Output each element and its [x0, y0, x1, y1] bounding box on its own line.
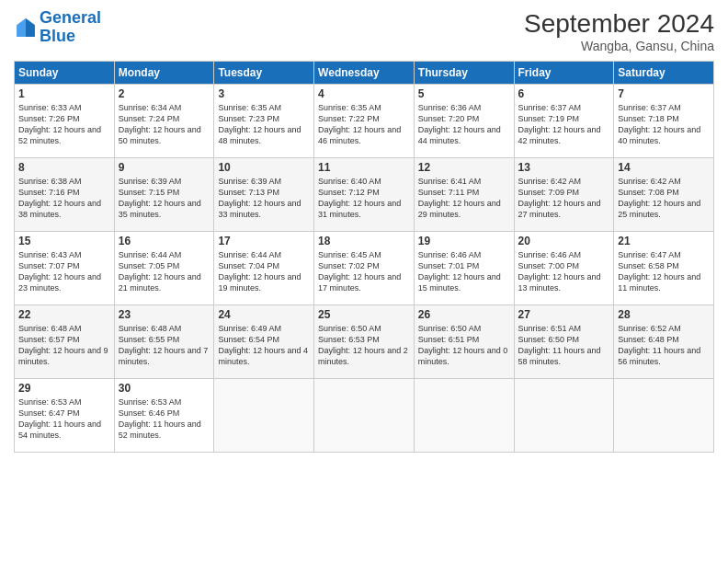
- table-row: 24Sunrise: 6:49 AM Sunset: 6:54 PM Dayli…: [214, 305, 314, 379]
- day-info: Sunrise: 6:50 AM Sunset: 6:53 PM Dayligh…: [318, 323, 410, 368]
- logo-icon: [16, 17, 36, 38]
- calendar-table: Sunday Monday Tuesday Wednesday Thursday…: [14, 61, 714, 453]
- day-info: Sunrise: 6:49 AM Sunset: 6:54 PM Dayligh…: [218, 323, 310, 368]
- header: GeneralBlue September 2024 Wangba, Gansu…: [14, 9, 714, 53]
- day-info: Sunrise: 6:34 AM Sunset: 7:24 PM Dayligh…: [119, 102, 210, 147]
- logo: GeneralBlue: [14, 9, 101, 46]
- col-friday: Friday: [514, 62, 614, 85]
- col-thursday: Thursday: [414, 62, 514, 85]
- col-monday: Monday: [114, 62, 214, 85]
- day-number: 27: [518, 308, 610, 321]
- table-row: 10Sunrise: 6:39 AM Sunset: 7:13 PM Dayli…: [214, 158, 314, 232]
- table-row: 1Sunrise: 6:33 AM Sunset: 7:26 PM Daylig…: [15, 85, 115, 158]
- table-row: 5Sunrise: 6:36 AM Sunset: 7:20 PM Daylig…: [414, 85, 514, 158]
- day-info: Sunrise: 6:40 AM Sunset: 7:12 PM Dayligh…: [318, 176, 410, 221]
- day-number: 10: [218, 161, 310, 174]
- day-info: Sunrise: 6:46 AM Sunset: 7:00 PM Dayligh…: [518, 249, 610, 294]
- day-number: 19: [418, 235, 510, 247]
- col-saturday: Saturday: [614, 62, 714, 85]
- table-row: 30Sunrise: 6:53 AM Sunset: 6:46 PM Dayli…: [114, 379, 214, 453]
- table-row: 8Sunrise: 6:38 AM Sunset: 7:16 PM Daylig…: [15, 158, 115, 232]
- table-row: [314, 379, 415, 453]
- day-number: 6: [518, 87, 610, 100]
- day-number: 18: [318, 235, 410, 247]
- table-row: 7Sunrise: 6:37 AM Sunset: 7:18 PM Daylig…: [614, 85, 714, 158]
- day-number: 15: [18, 235, 110, 247]
- table-row: 21Sunrise: 6:47 AM Sunset: 6:58 PM Dayli…: [614, 232, 714, 305]
- col-sunday: Sunday: [15, 62, 115, 85]
- day-info: Sunrise: 6:48 AM Sunset: 6:55 PM Dayligh…: [119, 323, 210, 368]
- table-row: [614, 379, 714, 453]
- day-number: 7: [618, 87, 710, 100]
- day-number: 3: [218, 87, 310, 100]
- day-number: 12: [418, 161, 510, 174]
- day-number: 4: [318, 87, 410, 100]
- day-number: 22: [18, 308, 110, 321]
- table-row: [414, 379, 514, 453]
- day-number: 16: [119, 235, 210, 247]
- day-info: Sunrise: 6:36 AM Sunset: 7:20 PM Dayligh…: [418, 102, 510, 147]
- table-row: 13Sunrise: 6:42 AM Sunset: 7:09 PM Dayli…: [514, 158, 614, 232]
- title-block: September 2024 Wangba, Gansu, China: [524, 9, 714, 53]
- table-row: 25Sunrise: 6:50 AM Sunset: 6:53 PM Dayli…: [314, 305, 415, 379]
- day-info: Sunrise: 6:53 AM Sunset: 6:47 PM Dayligh…: [18, 396, 110, 442]
- col-wednesday: Wednesday: [314, 62, 415, 85]
- day-number: 28: [618, 308, 710, 321]
- day-number: 17: [218, 235, 310, 247]
- logo-text: GeneralBlue: [40, 9, 101, 46]
- day-info: Sunrise: 6:47 AM Sunset: 6:58 PM Dayligh…: [618, 249, 710, 294]
- day-info: Sunrise: 6:41 AM Sunset: 7:11 PM Dayligh…: [418, 176, 510, 221]
- day-info: Sunrise: 6:33 AM Sunset: 7:26 PM Dayligh…: [18, 102, 110, 147]
- day-info: Sunrise: 6:52 AM Sunset: 6:48 PM Dayligh…: [618, 323, 710, 368]
- table-row: 20Sunrise: 6:46 AM Sunset: 7:00 PM Dayli…: [514, 232, 614, 305]
- day-number: 30: [119, 382, 210, 395]
- header-row: Sunday Monday Tuesday Wednesday Thursday…: [15, 62, 714, 85]
- day-number: 11: [318, 161, 410, 174]
- table-row: 4Sunrise: 6:35 AM Sunset: 7:22 PM Daylig…: [314, 85, 415, 158]
- table-row: 15Sunrise: 6:43 AM Sunset: 7:07 PM Dayli…: [15, 232, 115, 305]
- svg-marker-2: [26, 18, 35, 37]
- table-row: 18Sunrise: 6:45 AM Sunset: 7:02 PM Dayli…: [314, 232, 415, 305]
- table-row: 9Sunrise: 6:39 AM Sunset: 7:15 PM Daylig…: [114, 158, 214, 232]
- table-row: 11Sunrise: 6:40 AM Sunset: 7:12 PM Dayli…: [314, 158, 415, 232]
- day-number: 8: [18, 161, 110, 174]
- day-number: 24: [218, 308, 310, 321]
- table-row: 22Sunrise: 6:48 AM Sunset: 6:57 PM Dayli…: [15, 305, 115, 379]
- day-number: 21: [618, 235, 710, 247]
- table-row: [514, 379, 614, 453]
- day-number: 26: [418, 308, 510, 321]
- table-row: 17Sunrise: 6:44 AM Sunset: 7:04 PM Dayli…: [214, 232, 314, 305]
- day-number: 29: [18, 382, 110, 395]
- table-row: 6Sunrise: 6:37 AM Sunset: 7:19 PM Daylig…: [514, 85, 614, 158]
- table-row: 27Sunrise: 6:51 AM Sunset: 6:50 PM Dayli…: [514, 305, 614, 379]
- table-row: 19Sunrise: 6:46 AM Sunset: 7:01 PM Dayli…: [414, 232, 514, 305]
- table-row: 26Sunrise: 6:50 AM Sunset: 6:51 PM Dayli…: [414, 305, 514, 379]
- day-info: Sunrise: 6:39 AM Sunset: 7:13 PM Dayligh…: [218, 176, 310, 221]
- day-info: Sunrise: 6:39 AM Sunset: 7:15 PM Dayligh…: [119, 176, 210, 221]
- day-info: Sunrise: 6:45 AM Sunset: 7:02 PM Dayligh…: [318, 249, 410, 294]
- day-number: 14: [618, 161, 710, 174]
- day-number: 2: [119, 87, 210, 100]
- calendar-row: 8Sunrise: 6:38 AM Sunset: 7:16 PM Daylig…: [15, 158, 714, 232]
- day-info: Sunrise: 6:51 AM Sunset: 6:50 PM Dayligh…: [518, 323, 610, 368]
- table-row: 23Sunrise: 6:48 AM Sunset: 6:55 PM Dayli…: [114, 305, 214, 379]
- calendar-row: 22Sunrise: 6:48 AM Sunset: 6:57 PM Dayli…: [15, 305, 714, 379]
- day-info: Sunrise: 6:35 AM Sunset: 7:22 PM Dayligh…: [318, 102, 410, 147]
- day-info: Sunrise: 6:43 AM Sunset: 7:07 PM Dayligh…: [18, 249, 110, 294]
- day-info: Sunrise: 6:50 AM Sunset: 6:51 PM Dayligh…: [418, 323, 510, 368]
- location-subtitle: Wangba, Gansu, China: [524, 39, 714, 53]
- col-tuesday: Tuesday: [214, 62, 314, 85]
- day-info: Sunrise: 6:44 AM Sunset: 7:04 PM Dayligh…: [218, 249, 310, 294]
- day-number: 1: [18, 87, 110, 100]
- calendar-row: 29Sunrise: 6:53 AM Sunset: 6:47 PM Dayli…: [15, 379, 714, 453]
- day-info: Sunrise: 6:42 AM Sunset: 7:08 PM Dayligh…: [618, 176, 710, 221]
- calendar-row: 15Sunrise: 6:43 AM Sunset: 7:07 PM Dayli…: [15, 232, 714, 305]
- month-title: September 2024: [524, 9, 714, 39]
- day-info: Sunrise: 6:37 AM Sunset: 7:19 PM Dayligh…: [518, 102, 610, 147]
- day-info: Sunrise: 6:38 AM Sunset: 7:16 PM Dayligh…: [18, 176, 110, 221]
- calendar-row: 1Sunrise: 6:33 AM Sunset: 7:26 PM Daylig…: [15, 85, 714, 158]
- day-info: Sunrise: 6:46 AM Sunset: 7:01 PM Dayligh…: [418, 249, 510, 294]
- table-row: 29Sunrise: 6:53 AM Sunset: 6:47 PM Dayli…: [15, 379, 115, 453]
- day-info: Sunrise: 6:42 AM Sunset: 7:09 PM Dayligh…: [518, 176, 610, 221]
- day-info: Sunrise: 6:53 AM Sunset: 6:46 PM Dayligh…: [119, 396, 210, 442]
